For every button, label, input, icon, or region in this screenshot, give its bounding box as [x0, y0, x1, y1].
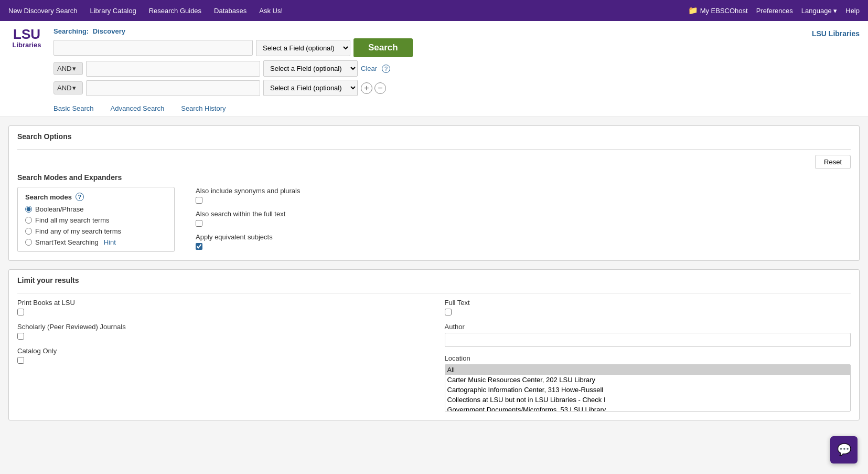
research-guides-link[interactable]: Research Guides: [149, 7, 201, 15]
search-input-1[interactable]: [53, 40, 253, 56]
location-option-4[interactable]: Government Documents/Microforms, 53 LSU …: [445, 405, 851, 412]
libraries-logo-text: Libraries: [13, 41, 41, 49]
chat-button[interactable]: 💬: [830, 436, 858, 437]
full-text-expander: Also search within the full text: [196, 210, 300, 227]
basic-search-link[interactable]: Basic Search: [53, 104, 94, 112]
author-input[interactable]: [445, 333, 851, 347]
help-link[interactable]: Help: [845, 7, 860, 15]
logo-area: LSU Libraries: [8, 27, 45, 49]
catalog-only-checkbox[interactable]: [17, 357, 24, 364]
search-modes-help-icon[interactable]: ?: [76, 193, 84, 201]
field-select-2[interactable]: Select a Field (optional): [263, 60, 358, 77]
radio-smarttext[interactable]: SmartText Searching Hint: [25, 238, 167, 246]
add-remove-buttons: + −: [361, 82, 386, 94]
search-modes-title: Search modes ?: [25, 193, 167, 201]
full-text-item: Full Text: [445, 299, 851, 315]
advanced-search-link[interactable]: Advanced Search: [111, 104, 165, 112]
searching-label: Searching: Discovery: [53, 27, 803, 35]
peer-reviewed-checkbox[interactable]: [17, 333, 24, 340]
searching-value: Discovery: [93, 27, 125, 35]
limit-col-right: Full Text Author Location All Carter Mus…: [445, 299, 851, 412]
lsu-logo-text: LSU: [13, 27, 40, 41]
print-books-checkbox[interactable]: [17, 309, 24, 315]
search-input-3[interactable]: [86, 80, 260, 96]
clear-help-icon[interactable]: ?: [382, 65, 390, 73]
my-ebsco-link[interactable]: My EBSCOhost: [700, 7, 748, 15]
location-option-all[interactable]: All: [445, 365, 851, 375]
clear-link[interactable]: Clear: [361, 65, 377, 72]
full-text-checkbox[interactable]: [445, 309, 452, 315]
library-catalog-link[interactable]: Library Catalog: [90, 7, 136, 15]
preferences-link[interactable]: Preferences: [756, 7, 793, 15]
search-modes-box: Search modes ? Boolean/Phrase Find all m…: [17, 187, 175, 252]
main-content: Search Options Reset Search Modes and Ex…: [0, 117, 868, 437]
author-item: Author: [445, 323, 851, 347]
top-nav-links: New Discovery Search Library Catalog Res…: [8, 7, 283, 15]
search-mode-links: Basic Search Advanced Search Search Hist…: [53, 99, 803, 117]
lsu-libraries-link[interactable]: LSU Libraries: [812, 27, 860, 38]
search-options-title: Search Options: [17, 132, 851, 144]
search-mode-radio-group: Boolean/Phrase Find all my search terms …: [25, 205, 167, 246]
location-option-2[interactable]: Cartographic Information Center, 313 How…: [445, 385, 851, 395]
divider-1: [17, 149, 851, 150]
prefix-dropdown-icon-2: ▾: [72, 84, 76, 92]
field-select-3[interactable]: Select a Field (optional): [263, 80, 358, 96]
full-text-expander-checkbox[interactable]: [196, 220, 202, 227]
synonyms-checkbox[interactable]: [196, 197, 202, 204]
peer-reviewed-item: Scholarly (Peer Reviewed) Journals: [17, 323, 424, 340]
radio-find-any-input[interactable]: [25, 228, 32, 235]
peer-reviewed-label: Scholarly (Peer Reviewed) Journals: [17, 323, 424, 331]
catalog-only-label: Catalog Only: [17, 347, 424, 355]
language-link[interactable]: Language ▾: [801, 7, 837, 15]
expanders-col: Also include synonyms and plurals Also s…: [196, 187, 300, 252]
radio-find-all[interactable]: Find all my search terms: [25, 216, 167, 224]
reset-row: Reset: [17, 155, 851, 169]
search-row-1: Select a Field (optional) Search: [53, 38, 803, 57]
full-text-expander-label: Also search within the full text: [196, 210, 300, 218]
full-text-label: Full Text: [445, 299, 851, 307]
location-select[interactable]: All Carter Music Resources Center, 202 L…: [445, 364, 851, 412]
radio-boolean-phrase[interactable]: Boolean/Phrase: [25, 205, 167, 213]
add-row-button[interactable]: +: [361, 82, 372, 94]
modes-expanders-inner: Search modes ? Boolean/Phrase Find all m…: [17, 187, 851, 252]
reset-button[interactable]: Reset: [815, 155, 851, 169]
catalog-only-item: Catalog Only: [17, 347, 424, 364]
radio-boolean-input[interactable]: [25, 206, 32, 213]
and-prefix-2[interactable]: AND ▾: [53, 81, 83, 94]
synonyms-label: Also include synonyms and plurals: [196, 187, 300, 195]
limit-inner: Print Books at LSU Scholarly (Peer Revie…: [17, 299, 851, 412]
search-input-2[interactable]: [86, 61, 260, 77]
limit-col-left: Print Books at LSU Scholarly (Peer Revie…: [17, 299, 424, 412]
divider-2: [17, 293, 851, 293]
search-history-link[interactable]: Search History: [181, 104, 226, 112]
search-row-2: AND ▾ Select a Field (optional) Clear ?: [53, 60, 803, 77]
remove-row-button[interactable]: −: [374, 82, 386, 94]
location-label: Location: [445, 354, 851, 362]
search-area: Searching: Discovery Select a Field (opt…: [53, 27, 803, 117]
equiv-subjects-checkbox[interactable]: [196, 243, 202, 250]
ask-us-link[interactable]: Ask Us!: [259, 7, 283, 15]
equiv-subjects-expander: Apply equivalent subjects: [196, 233, 300, 250]
author-label: Author: [445, 323, 851, 331]
search-button[interactable]: Search: [353, 38, 413, 57]
radio-find-any[interactable]: Find any of my search terms: [25, 227, 167, 235]
location-option-1[interactable]: Carter Music Resources Center, 202 LSU L…: [445, 375, 851, 385]
top-nav-right: 📁 My EBSCOhost Preferences Language ▾ He…: [688, 6, 860, 15]
location-option-3[interactable]: Collections at LSU but not in LSU Librar…: [445, 395, 851, 405]
limit-results-title: Limit your results: [17, 276, 851, 288]
radio-smarttext-input[interactable]: [25, 239, 32, 246]
prefix-dropdown-icon: ▾: [72, 65, 76, 72]
radio-find-all-input[interactable]: [25, 217, 32, 224]
search-row-3: AND ▾ Select a Field (optional) + −: [53, 80, 803, 96]
and-prefix-1[interactable]: AND ▾: [53, 62, 83, 75]
field-select-1[interactable]: Select a Field (optional): [256, 40, 350, 56]
limit-results-section: Limit your results Print Books at LSU Sc…: [8, 269, 860, 420]
language-dropdown-icon: ▾: [833, 7, 837, 15]
new-discovery-link[interactable]: New Discovery Search: [8, 7, 78, 15]
header: LSU Libraries Searching: Discovery Selec…: [0, 21, 868, 117]
hint-link[interactable]: Hint: [104, 238, 116, 246]
top-navigation: New Discovery Search Library Catalog Res…: [0, 0, 868, 21]
equiv-subjects-label: Apply equivalent subjects: [196, 233, 300, 241]
databases-link[interactable]: Databases: [214, 7, 247, 15]
synonyms-expander: Also include synonyms and plurals: [196, 187, 300, 204]
